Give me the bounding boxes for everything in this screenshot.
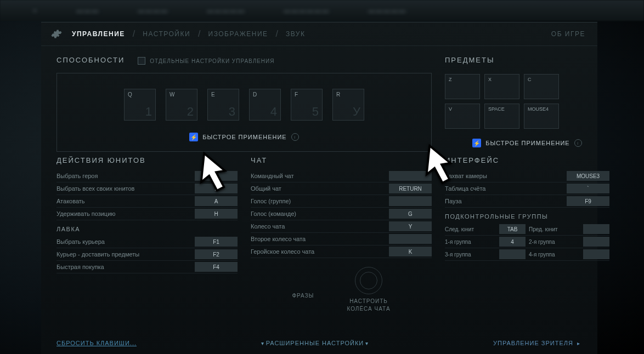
item-slot[interactable]: X — [484, 74, 519, 99]
quickcast-icon: ⚡ — [472, 139, 481, 147]
keybind-value[interactable]: 4 — [499, 237, 526, 247]
item-slot[interactable]: C — [524, 74, 559, 99]
interface-title: ИНТЕРФЕЙС — [445, 156, 609, 164]
keybind-row: Курьер - доставить предметыF2 — [57, 248, 238, 261]
keybind-row: ПаузаF9 — [445, 195, 609, 208]
keybind-value[interactable] — [389, 171, 432, 181]
groups-title: ПОДКОНТРОЛЬНЫЕ ГРУППЫ — [445, 213, 609, 220]
keybind-row: Геройское колесо чатаK — [251, 245, 432, 258]
abilities-box: Q1W2E3D4F5RУ ⚡ БЫСТРОЕ ПРИМЕНЕНИЕ i — [57, 73, 432, 152]
keybind-row: Выбрать курьераF1 — [57, 236, 238, 248]
ability-slot[interactable]: W2 — [166, 89, 197, 121]
shop-title: ЛАВКА — [57, 226, 238, 232]
ability-slot[interactable]: E3 — [207, 89, 239, 121]
reset-keys-button[interactable]: СБРОСИТЬ КЛАВИШИ... — [57, 340, 137, 346]
item-slot[interactable]: MOUSE4 — [524, 104, 559, 129]
separate-controls-checkbox[interactable] — [138, 57, 145, 65]
keybind-value[interactable]: TAB — [499, 224, 526, 234]
keybind-value[interactable]: F1 — [195, 237, 238, 247]
keybind-value[interactable]: F9 — [567, 196, 609, 206]
item-slot[interactable]: Z — [445, 74, 480, 99]
quickcast-items-button[interactable]: БЫСТРОЕ ПРИМЕНЕНИЕ — [485, 140, 569, 146]
ability-slot[interactable]: F5 — [291, 89, 323, 121]
phrases-icon[interactable] — [292, 267, 314, 289]
keybind-row: АтаковатьA — [57, 195, 238, 208]
items-title: ПРЕДМЕТЫ — [445, 56, 609, 64]
keybind-row: Голос (команде)G — [251, 208, 432, 220]
settings-panel: УПРАВЛЕНИЕ / НАСТРОЙКИ / ИЗОБРАЖЕНИЕ / З… — [41, 22, 597, 354]
keybind-value[interactable]: RETURN — [389, 184, 432, 193]
info-icon[interactable]: i — [291, 133, 299, 141]
advanced-settings-button[interactable]: ▾РАСШИРЕННЫЕ НАСТРОЙКИ▾ — [137, 340, 493, 346]
settings-tabs: УПРАВЛЕНИЕ / НАСТРОЙКИ / ИЗОБРАЖЕНИЕ / З… — [41, 22, 597, 46]
keybind-row: Захват камерыMOUSE3 — [445, 170, 609, 182]
keybind-value[interactable] — [499, 249, 526, 259]
phrases-button[interactable]: ФРАЗЫ — [292, 292, 314, 300]
keybind-row: Голос (группе) — [251, 195, 432, 208]
tab-about[interactable]: ОБ ИГРЕ — [549, 30, 587, 38]
tab-settings[interactable]: НАСТРОЙКИ — [140, 30, 193, 38]
keybind-row: Удерживать позициюH — [57, 208, 238, 220]
keybind-value[interactable] — [583, 237, 609, 247]
keybind-row: Общий чатRETURN — [251, 182, 432, 195]
keybind-row: Командный чат — [251, 170, 432, 182]
separate-controls-label: ОТДЕЛЬНЫЕ НАСТРОЙКИ УПРАВЛЕНИЯ — [150, 58, 274, 64]
top-nav-blurred: ●▬▬▬▬▬▬▬▬▬▬▬▬▬▬▬▬▬▬▬▬▬▬▬ — [0, 0, 644, 21]
chat-wheel-setup-button[interactable]: НАСТРОИТЬКОЛЁСА ЧАТА — [347, 298, 390, 313]
keybind-value[interactable]: F4 — [195, 262, 238, 272]
tab-image[interactable]: ИЗОБРАЖЕНИЕ — [206, 30, 270, 38]
keybind-value[interactable]: MOUSE3 — [567, 171, 609, 181]
chat-title: ЧАТ — [251, 156, 432, 164]
item-slot[interactable]: SPACE — [484, 104, 519, 129]
keybind-value[interactable]: F2 — [195, 249, 238, 259]
keybind-value[interactable]: 2 — [195, 184, 238, 193]
ability-slot[interactable]: D4 — [249, 89, 281, 121]
gear-icon — [51, 28, 62, 39]
unit-actions-title: ДЕЙСТВИЯ ЮНИТОВ — [57, 156, 238, 164]
info-icon[interactable]: i — [574, 139, 582, 147]
keybind-row: Выбрать героя1 — [57, 170, 238, 182]
keybind-value[interactable]: H — [195, 209, 238, 219]
quickcast-icon: ⚡ — [189, 133, 198, 141]
group-row: 1-я группа42-я группа — [445, 236, 609, 248]
abilities-title: СПОСОБНОСТИ — [57, 56, 125, 64]
keybind-row: Выбрать всех своих юнитов2 — [57, 182, 238, 195]
chat-wheel-icon[interactable] — [355, 267, 382, 294]
keybind-value[interactable]: 1 — [195, 171, 238, 181]
keybind-value[interactable]: G — [389, 209, 432, 219]
keybind-value[interactable] — [583, 224, 609, 234]
tab-sound[interactable]: ЗВУК — [284, 30, 307, 38]
group-row: След. юнитTABПред. юнит — [445, 223, 609, 236]
keybind-value[interactable]: ` — [567, 184, 609, 193]
spectator-controls-button[interactable]: УПРАВЛЕНИЕ ЗРИТЕЛЯ ▸ — [493, 340, 582, 346]
keybind-value[interactable] — [583, 249, 609, 259]
ability-slot[interactable]: Q1 — [124, 89, 156, 121]
tab-controls[interactable]: УПРАВЛЕНИЕ — [70, 30, 127, 38]
keybind-value[interactable]: A — [195, 196, 238, 206]
keybind-row: Быстрая покупкаF4 — [57, 261, 238, 273]
keybind-value[interactable]: Y — [389, 221, 432, 231]
keybind-value[interactable] — [389, 234, 432, 244]
keybind-row: Таблица счёта` — [445, 182, 609, 195]
item-slot[interactable]: V — [445, 104, 480, 129]
keybind-value[interactable] — [389, 196, 432, 206]
group-row: 3-я группа4-я группа — [445, 248, 609, 261]
quickcast-abilities-button[interactable]: БЫСТРОЕ ПРИМЕНЕНИЕ — [202, 134, 286, 140]
keybind-value[interactable]: K — [389, 247, 432, 256]
keybind-row: Второе колесо чата — [251, 233, 432, 245]
ability-slot[interactable]: RУ — [332, 89, 364, 121]
keybind-row: Колесо чатаY — [251, 220, 432, 233]
